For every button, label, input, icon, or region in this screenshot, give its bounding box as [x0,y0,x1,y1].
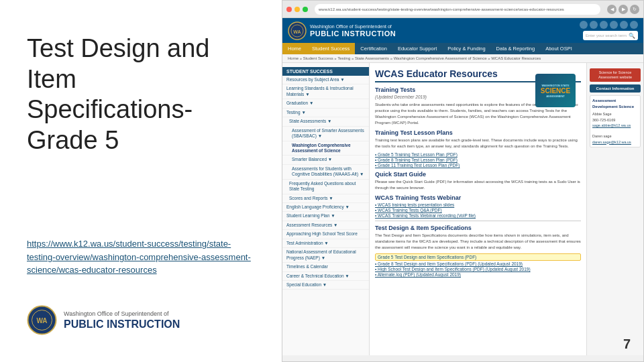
webinar-link-2[interactable]: • WCAS Training Tests Q&A (PDF) [375,208,581,213]
content-area: WASHINGTON STATE SCIENCE ASSESSMENT WCAS… [370,63,586,355]
contact-person1-phone: 360-725-6169 [592,117,638,123]
browser-close-btn[interactable] [286,7,292,12]
contact-person2-name: Daren sage [592,133,638,139]
science-assessment-btn[interactable]: Science for Science Assessment website [590,68,641,82]
svg-text:WA: WA [293,29,301,34]
svg-text:WA: WA [36,317,47,324]
sidebar-item-learning-standards[interactable]: Learning Standards & Instructional Mater… [282,84,369,99]
design-link-3[interactable]: • High School Test Design and Item Speci… [375,267,581,272]
sidebar-item-cte[interactable]: Career & Technical Education ▼ [282,272,369,281]
social-icon-5[interactable] [620,21,628,29]
nav-certification[interactable]: Certification [355,43,392,54]
contact-info-header: Contact Information [590,84,641,93]
social-icon-4[interactable] [610,21,618,29]
resource-url[interactable]: https://www.k12.wa.us/student-success/te… [27,239,251,275]
contact-details: Assessment Development Science Abbie Sag… [590,95,641,147]
quick-start-heading: Quick Start Guide [375,171,581,178]
site-header: WA Washington Office of Superintendent o… [282,18,643,43]
sidebar-item-timelines[interactable]: Timelines & Calendar [282,263,369,272]
sidebar-item-testing[interactable]: Testing ▼ [282,109,369,117]
social-icon-3[interactable] [600,21,608,29]
social-icon-1[interactable] [580,21,588,29]
site-navigation: Home Student Success Certification Educa… [282,43,643,54]
nav-student-success[interactable]: Student Success [307,43,355,54]
browser-maximize-btn[interactable] [303,7,308,12]
quick-start-body: Please see the Quick Start Guide (PDF) f… [375,179,581,191]
ospi-seal-icon: WA [27,305,57,335]
design-link-4[interactable]: • Alternate.log (PDF) (Updated August 20… [375,272,581,277]
sidebar-item-elp[interactable]: English Language Proficiency ▼ [282,203,369,212]
wcas-badge: WASHINGTON STATE SCIENCE ASSESSMENT [535,74,576,107]
sidebar-item-assessment-resources[interactable]: Assessment Resources ▼ [282,221,369,230]
content-divider [375,221,581,221]
highlighted-design-link[interactable]: Grade 5 Test Design and Item Specificati… [375,253,581,261]
site-title: Washington Office of Superintendent of P… [310,23,396,38]
lesson-plan-link-2[interactable]: • Grade 8 Training Test Lesson Plan (PDF… [375,158,581,162]
page-number: 7 [623,337,631,352]
header-social-icons [580,21,638,29]
sidebar-item-sba[interactable]: Assessment of Smarter Assessments (SBA/S… [282,127,369,141]
design-body: The Test Design and Item Specifications … [375,233,581,251]
sidebar-item-approaching[interactable]: Approaching High School Test Score [282,230,369,239]
browser-nav-icons: ◀ ▶ ↻ [607,5,639,14]
sidebar-item-smarter-balanced[interactable]: Smarter Balanced ▼ [282,156,369,164]
design-heading: Test Design & Item Specifications [375,225,581,231]
sidebar-item-special-ed[interactable]: Special Education ▼ [282,281,369,290]
sidebar-title: STUDENT SUCCESS [282,67,369,76]
sidebar-item-test-admin[interactable]: Test Administration ▼ [282,239,369,248]
browser-back-icon[interactable]: ◀ [607,5,616,14]
address-bar[interactable]: www.k12.wa.us/student-success/testing/st… [315,4,600,15]
contact-dept-label: Assessment Development Science [592,98,638,110]
main-content: STUDENT SUCCESS Resources by Subject Are… [282,63,643,355]
nav-policy-funding[interactable]: Policy & Funding [442,43,490,54]
lesson-plans-body: Training test lesson plans are available… [375,137,581,149]
wcas-badge-line2: SCIENCE [541,87,570,95]
social-icon-6[interactable] [630,21,638,29]
sidebar-item-resources[interactable]: Resources by Subject Area ▼ [282,76,369,84]
browser-chrome: www.k12.wa.us/student-success/testing/st… [282,1,643,18]
search-icon[interactable]: 🔍 [629,33,635,39]
left-panel: Test Design and Item Specifications-Grad… [0,0,282,362]
lesson-plan-link-1[interactable]: • Grade 5 Training Test Lesson Plan (PDF… [375,152,581,157]
webinar-link-3[interactable]: • WCAS Training Tests Webinar recording … [375,213,581,218]
browser-minimize-btn[interactable] [294,7,300,12]
breadcrumb: Home » Student Success » Testing » State… [282,54,643,63]
lesson-plan-link-3[interactable]: • Grade 11 Training Test Lesson Plan (PD… [375,163,581,168]
bottom-logo: WA Washington Office of Superintendent o… [27,305,255,335]
header-right: Enter your search term 🔍 [580,21,638,40]
contact-person2-email: daren.sage@k12.wa.us [592,139,638,145]
sidebar: STUDENT SUCCESS Resources by Subject Are… [282,63,370,355]
social-icon-2[interactable] [590,21,598,29]
design-link-2[interactable]: • Grade 8 Test Design and Item Specifica… [375,261,581,266]
sidebar-item-naep[interactable]: National Assessment of Educational Progr… [282,248,369,263]
webinar-heading: WCAS Training Tests Webinar [375,194,581,201]
sidebar-item-faq[interactable]: Frequently Asked Questions about State T… [282,180,369,194]
sidebar-item-wcas[interactable]: Washington Comprehensive Assessment of S… [282,141,369,156]
bottom-logo-text: Washington Office of Superintendent of P… [64,310,180,330]
contact-person1-email: sage.abbie@k12.wa.us [592,123,638,128]
sidebar-item-state-assessments[interactable]: State Assessments ▼ [282,117,369,126]
contact-sidebar: Science for Science Assessment website C… [586,63,643,355]
sidebar-item-cognitive[interactable]: Assessments for Students with Cognitive … [282,165,369,180]
lesson-plans-heading: Training Test Lesson Plans [375,129,581,136]
site-logo: WA Washington Office of Superintendent o… [288,21,396,40]
nav-home[interactable]: Home [282,43,307,54]
search-box[interactable]: Enter your search term 🔍 [583,31,638,40]
sidebar-item-student-learning[interactable]: Student Learning Plan ▼ [282,212,369,221]
browser-window: www.k12.wa.us/student-success/testing/st… [282,0,644,362]
browser-forward-icon[interactable]: ▶ [619,5,628,14]
sidebar-item-scores[interactable]: Scores and Reports ▼ [282,194,369,203]
slide-title: Test Design and Item Specifications-Grad… [27,34,255,156]
webinar-link-1[interactable]: • WCAS training tests presentation slide… [375,202,581,207]
sidebar-item-graduation[interactable]: Graduation ▼ [282,99,369,108]
browser-refresh-icon[interactable]: ↻ [630,5,639,14]
wcas-badge-line3: ASSESSMENT [546,95,565,98]
nav-educator-support[interactable]: Educator Support [392,43,442,54]
nav-data-reporting[interactable]: Data & Reporting [491,43,541,54]
nav-about-ospi[interactable]: About OSPI [540,43,578,54]
contact-person1-name: Abbie Sage [592,111,638,117]
site-seal-icon: WA [288,21,307,40]
